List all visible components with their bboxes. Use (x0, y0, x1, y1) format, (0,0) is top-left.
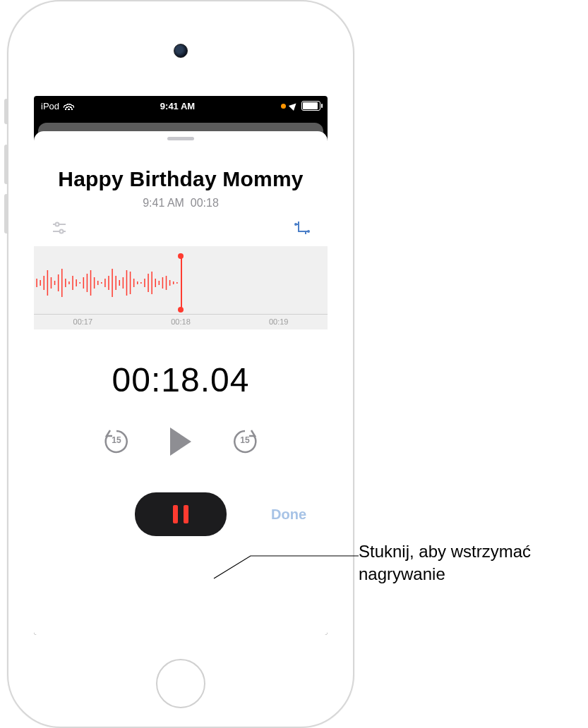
battery-icon (301, 101, 320, 111)
skip-forward-15-button[interactable]: 15 (231, 427, 259, 456)
wifi-icon (64, 102, 74, 110)
svg-point-4 (295, 224, 296, 225)
svg-point-1 (56, 223, 59, 226)
play-button[interactable] (170, 427, 191, 456)
playhead-line (181, 256, 182, 310)
done-button[interactable]: Done (271, 506, 306, 522)
trim-icon[interactable] (294, 219, 311, 236)
ipod-touch-device: iPod 9:41 AM Happy Birthday Mommy 9:41 A… (7, 0, 354, 728)
playhead-handle-bottom[interactable] (178, 307, 184, 313)
recording-duration: 00:18 (191, 197, 219, 209)
recording-time-created: 9:41 AM (143, 197, 184, 209)
volume-up-button (4, 145, 8, 184)
skip-back-15-button[interactable]: 15 (102, 427, 131, 456)
callout-leader-line (208, 550, 360, 582)
pause-icon (173, 505, 178, 523)
location-icon (289, 101, 299, 111)
status-time: 9:41 AM (160, 101, 195, 111)
waveform (34, 263, 178, 303)
waveform-scrubber[interactable]: 00:17 00:18 00:19 (34, 246, 328, 329)
waveform-tick: 00:19 (229, 314, 328, 329)
elapsed-time: 00:18.04 (34, 360, 328, 399)
recording-indicator-icon (281, 104, 286, 109)
front-camera (174, 44, 188, 58)
volume-down-button (4, 194, 8, 233)
sheet-grabber[interactable] (167, 137, 194, 140)
status-bar: iPod 9:41 AM (34, 96, 328, 116)
home-button[interactable] (156, 659, 205, 708)
svg-point-5 (308, 231, 309, 232)
skip-back-label: 15 (102, 435, 131, 445)
recording-title[interactable]: Happy Birthday Mommy (34, 167, 328, 191)
carrier-label: iPod (41, 101, 59, 111)
pause-icon (184, 505, 188, 523)
waveform-tick: 00:18 (132, 314, 230, 329)
waveform-tick: 00:17 (34, 314, 132, 329)
playback-settings-icon[interactable] (51, 219, 68, 236)
callout-text: Stuknij, aby wstrzymać nagrywanie (359, 540, 584, 586)
mute-switch (4, 99, 8, 124)
recording-subtitle: 9:41 AM 00:18 (34, 197, 328, 210)
svg-point-3 (60, 230, 64, 233)
pause-recording-button[interactable] (135, 492, 227, 536)
playhead-handle-top[interactable] (178, 253, 184, 259)
skip-forward-label: 15 (231, 435, 259, 445)
